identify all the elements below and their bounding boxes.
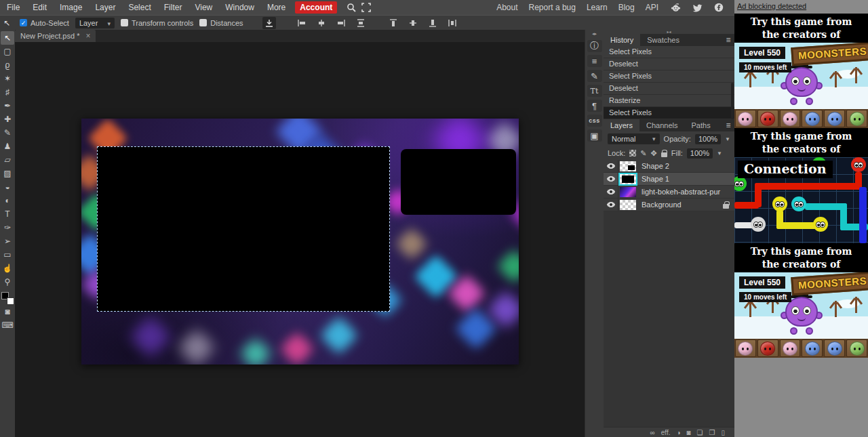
css-panel-icon[interactable]: css	[587, 115, 602, 127]
dodge-tool[interactable]: ◐	[1, 194, 14, 207]
export-icon[interactable]	[262, 17, 276, 29]
lock-all-icon[interactable]	[661, 152, 667, 157]
menu-item-image[interactable]: Image	[60, 3, 82, 12]
effects-icon[interactable]: eff.	[661, 429, 671, 436]
group-icon[interactable]: ❏	[697, 429, 703, 436]
menu-item-window[interactable]: Window	[225, 3, 254, 12]
ad-banner[interactable]: Try this game from the creators of Photo…	[734, 14, 868, 43]
visibility-toggle[interactable]	[604, 160, 618, 173]
animal-tile[interactable]	[735, 339, 756, 357]
animal-tile[interactable]	[802, 339, 823, 357]
fill-value[interactable]: 100%	[687, 148, 713, 159]
type-tool[interactable]: T	[1, 207, 14, 221]
menu-item-api[interactable]: API	[646, 3, 658, 12]
menu-item-file[interactable]: File	[7, 3, 20, 12]
monster-tiles-row[interactable]	[734, 339, 868, 358]
healing-tool[interactable]: ✚	[1, 112, 14, 126]
visibility-toggle[interactable]	[604, 186, 618, 199]
magic-wand-tool[interactable]: ✶	[1, 72, 14, 85]
history-item[interactable]: Deselect	[604, 58, 734, 70]
dropdown-arrow-icon[interactable]: ▼	[717, 150, 722, 157]
clone-stamp-tool[interactable]: ♟	[1, 140, 14, 153]
distances-option[interactable]: Distances	[199, 19, 243, 27]
account-button[interactable]: Account	[295, 1, 337, 14]
fullscreen-icon[interactable]	[359, 1, 374, 14]
animal-tile[interactable]	[824, 110, 845, 127]
distribute-vertical-icon[interactable]	[354, 17, 368, 29]
ad-banner[interactable]: Try this game from the creators of Photo…	[734, 128, 868, 157]
facebook-icon[interactable]	[711, 1, 726, 14]
shape1-selection-rectangle[interactable]	[97, 146, 390, 312]
twitter-icon[interactable]	[690, 1, 705, 14]
tab-history[interactable]: History	[604, 34, 640, 46]
align-left-icon[interactable]	[295, 17, 309, 29]
delete-layer-icon[interactable]: ▯	[721, 429, 725, 436]
history-item[interactable]: Select Pixels	[604, 46, 734, 58]
monster-tiles-row[interactable]	[734, 109, 868, 128]
eraser-tool[interactable]: ▱	[1, 153, 14, 167]
ad-banner[interactable]: Try this game from the creators of Photo…	[734, 243, 868, 272]
align-bottom-icon[interactable]	[426, 17, 439, 29]
menu-item-edit[interactable]: Edit	[33, 3, 47, 12]
crop-tool[interactable]: ♯	[1, 85, 14, 99]
animal-tile[interactable]	[846, 339, 867, 357]
close-icon[interactable]: ×	[85, 31, 90, 41]
gradient-tool[interactable]: ▨	[1, 167, 14, 180]
menu-item-report-a-bug[interactable]: Report a bug	[529, 3, 576, 12]
mask-icon[interactable]: ◙	[687, 429, 691, 436]
panel-menu-icon[interactable]	[722, 34, 734, 46]
eyedropper-tool[interactable]: ✒	[1, 99, 14, 112]
animal-tile[interactable]	[802, 110, 823, 127]
color-swatches[interactable]	[1, 291, 14, 305]
keyboard-shortcuts-icon[interactable]: ⌨	[1, 318, 14, 332]
animal-tile[interactable]	[780, 339, 801, 357]
target-select[interactable]: Layer	[75, 18, 115, 28]
shape2-black-rectangle[interactable]	[401, 149, 516, 215]
path-select-tool[interactable]: ➢	[1, 234, 14, 248]
align-center-horizontal-icon[interactable]	[315, 17, 328, 29]
align-top-icon[interactable]	[387, 17, 400, 29]
blend-mode-select[interactable]: Normal	[608, 133, 660, 144]
new-layer-icon[interactable]: ❐	[709, 429, 715, 436]
properties-icon[interactable]: ⓘ	[587, 40, 602, 52]
transform-controls-option[interactable]: Transform controls	[121, 19, 193, 27]
visibility-toggle[interactable]	[604, 199, 618, 211]
menu-item-filter[interactable]: Filter	[164, 3, 182, 12]
moonsters-game-ad[interactable]: Level 550 10 moves left MOONSTERS	[734, 43, 868, 109]
document-tab[interactable]: New Project.psd * ×	[15, 30, 96, 42]
align-middle-icon[interactable]	[406, 17, 420, 29]
history-item[interactable]: Select Pixels	[604, 70, 734, 83]
layer-row-light-bokeh-abstract-pur[interactable]: light-bokeh-abstract-pur	[604, 186, 734, 199]
animal-tile[interactable]	[824, 339, 845, 357]
search-icon[interactable]	[344, 1, 359, 14]
visibility-toggle[interactable]	[604, 173, 618, 186]
history-item[interactable]: Deselect	[604, 83, 734, 95]
history-item[interactable]: Select Pixels	[604, 107, 734, 119]
lock-paint-icon[interactable]: ✎	[640, 149, 646, 158]
menu-item-about[interactable]: About	[496, 3, 517, 12]
tab-layers[interactable]: Layers	[604, 119, 639, 131]
character-panel-icon[interactable]: Tt	[587, 85, 602, 97]
animal-tile[interactable]	[780, 110, 801, 127]
lock-transparency-icon[interactable]	[629, 150, 636, 157]
reddit-icon[interactable]	[668, 1, 683, 14]
rect-select-tool[interactable]: ▢	[1, 45, 14, 58]
animal-tile[interactable]	[846, 110, 867, 127]
menu-item-view[interactable]: View	[195, 3, 212, 12]
tab-channels[interactable]: Channels	[639, 119, 684, 131]
menu-item-blog[interactable]: Blog	[618, 3, 635, 12]
background-color-swatch[interactable]	[7, 297, 14, 305]
blur-tool[interactable]: ◒	[1, 180, 14, 194]
panel-menu-icon[interactable]	[722, 119, 734, 131]
unchecked-checkbox-icon[interactable]	[121, 19, 128, 26]
animal-tile[interactable]	[735, 110, 756, 127]
paragraph-panel-icon[interactable]: ¶	[587, 100, 602, 112]
ad-blocking-notice[interactable]: Ad blocking detected	[734, 0, 868, 14]
link-layers-icon[interactable]: ∞	[650, 429, 655, 436]
layer-row-shape-2[interactable]: Shape 2	[604, 160, 734, 173]
lock-position-icon[interactable]: ✥	[651, 149, 657, 158]
opacity-value[interactable]: 100%	[695, 134, 721, 144]
align-right-icon[interactable]	[334, 17, 348, 29]
brush-tool[interactable]: ✎	[1, 126, 14, 140]
move-tool[interactable]: ↖	[1, 31, 14, 45]
